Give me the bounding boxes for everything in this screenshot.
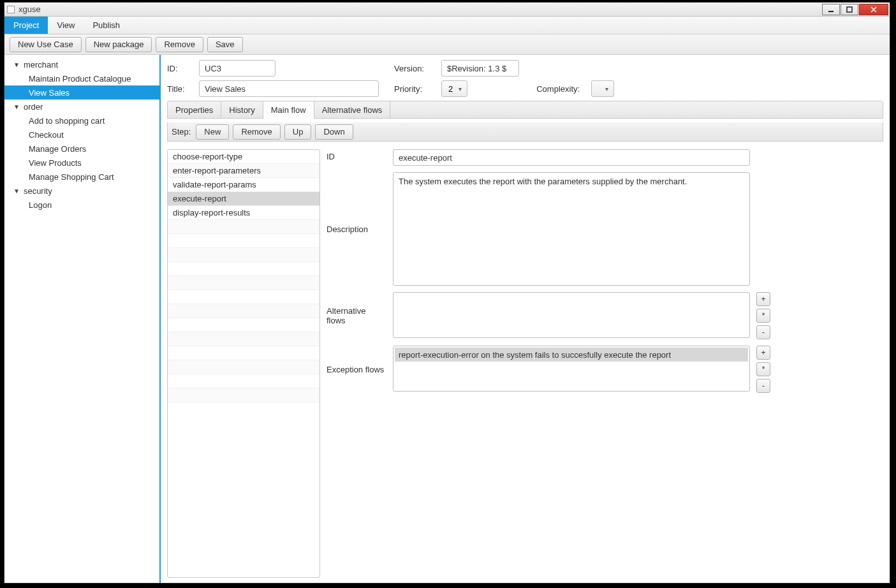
tree-group-order[interactable]: ▼order <box>4 99 159 114</box>
tree-item[interactable]: Add to shopping cart <box>4 114 159 128</box>
step-item[interactable]: choose-report-type <box>168 150 319 164</box>
tree-group-label: security <box>24 186 52 196</box>
titlebar[interactable]: xguse <box>4 3 890 17</box>
version-input[interactable] <box>441 60 519 77</box>
tree-item[interactable]: View Products <box>4 156 159 170</box>
app-window: xguse Project View Publish New Use Case … <box>4 2 890 584</box>
tree-group-security[interactable]: ▼security <box>4 184 159 198</box>
step-item[interactable]: enter-report-parameters <box>168 164 319 178</box>
exc-edit-button[interactable]: * <box>756 362 770 376</box>
tree-item[interactable]: Logon <box>4 198 159 212</box>
tab-alternative-flows[interactable]: Alternative flows <box>314 101 391 118</box>
tab-properties[interactable]: Properties <box>168 101 221 118</box>
step-item[interactable]: validate-report-params <box>168 178 319 192</box>
step-empty <box>168 290 319 304</box>
exc-flows-buttons: + * - <box>756 346 770 393</box>
detail-id-row: ID <box>327 149 883 166</box>
tab-main-flow[interactable]: Main flow <box>263 101 314 119</box>
exc-remove-button[interactable]: - <box>756 379 770 393</box>
step-empty <box>168 360 319 374</box>
form-row-2: Title: Priority: 2▾ Complexity: ▾ <box>167 80 883 97</box>
menubar: Project View Publish <box>4 17 890 34</box>
window-title: xguse <box>18 4 41 14</box>
step-empty <box>168 332 319 346</box>
step-detail: ID Description Alternative flows + * - <box>327 149 883 578</box>
step-empty <box>168 262 319 276</box>
maximize-button[interactable] <box>841 4 858 15</box>
exc-add-button[interactable]: + <box>756 346 770 360</box>
alternative-flows-list[interactable] <box>393 292 750 338</box>
toolbar: New Use Case New package Remove Save <box>4 34 890 55</box>
id-input[interactable] <box>199 60 275 77</box>
tab-history[interactable]: History <box>221 101 263 118</box>
step-label: Step: <box>172 127 191 136</box>
step-empty <box>168 304 319 318</box>
priority-label: Priority: <box>394 84 436 94</box>
complexity-select[interactable]: ▾ <box>591 80 614 97</box>
detail-exc-label: Exception flows <box>327 365 386 374</box>
tree-item[interactable]: Checkout <box>4 128 159 142</box>
sidebar-tree[interactable]: ▼merchantMaintain Product CatalogueView … <box>4 55 161 583</box>
tree-item[interactable]: View Sales <box>4 85 159 99</box>
body: ▼merchantMaintain Product CatalogueView … <box>4 55 890 583</box>
exception-flows-list[interactable]: report-execution-error on the system fai… <box>393 346 750 392</box>
caret-down-icon: ▼ <box>13 103 20 110</box>
tree-item[interactable]: Manage Orders <box>4 142 159 156</box>
alt-flows-buttons: + * - <box>756 292 770 339</box>
new-package-button[interactable]: New package <box>85 37 152 52</box>
step-empty <box>168 388 319 402</box>
detail-exc-row: Exception flows report-execution-error o… <box>327 346 883 393</box>
id-label: ID: <box>167 64 194 73</box>
chevron-down-icon: ▾ <box>605 85 608 92</box>
detail-id-label: ID <box>327 149 386 161</box>
steps-list[interactable]: choose-report-typeenter-report-parameter… <box>167 149 320 578</box>
step-empty <box>168 248 319 262</box>
detail-desc-label: Description <box>327 224 386 234</box>
save-button[interactable]: Save <box>207 37 243 52</box>
tree-group-label: order <box>24 102 43 112</box>
detail-alt-row: Alternative flows + * - <box>327 292 883 339</box>
detail-id-input[interactable] <box>393 149 750 166</box>
caret-down-icon: ▼ <box>13 61 20 68</box>
step-empty <box>168 318 319 332</box>
main-panel: ID: Version: Title: Priority: 2▾ Complex… <box>161 55 890 583</box>
step-empty <box>168 220 319 234</box>
step-new-button[interactable]: New <box>196 124 229 140</box>
step-empty <box>168 374 319 388</box>
step-empty <box>168 346 319 360</box>
menu-project[interactable]: Project <box>4 17 48 34</box>
remove-button[interactable]: Remove <box>156 37 203 52</box>
form-row-1: ID: Version: <box>167 60 883 77</box>
detail-desc-textarea[interactable] <box>393 172 750 286</box>
alt-remove-button[interactable]: - <box>756 325 770 339</box>
tree-item[interactable]: Maintain Product Catalogue <box>4 71 159 85</box>
step-remove-button[interactable]: Remove <box>233 124 280 140</box>
app-icon <box>7 6 15 13</box>
tree-group-merchant[interactable]: ▼merchant <box>4 57 159 71</box>
new-use-case-button[interactable]: New Use Case <box>10 37 82 52</box>
step-up-button[interactable]: Up <box>284 124 312 140</box>
alt-add-button[interactable]: + <box>756 292 770 306</box>
step-toolbar: Step: New Remove Up Down <box>167 122 883 142</box>
complexity-label: Complexity: <box>536 84 586 94</box>
step-item[interactable]: display-report-results <box>168 206 319 220</box>
alt-edit-button[interactable]: * <box>756 309 770 323</box>
svg-rect-1 <box>847 7 852 12</box>
tree-group-label: merchant <box>24 60 58 70</box>
title-input[interactable] <box>199 80 379 97</box>
caret-down-icon: ▼ <box>13 187 20 195</box>
priority-value: 2 <box>448 84 453 94</box>
version-label: Version: <box>394 64 436 73</box>
step-item[interactable]: execute-report <box>168 192 319 206</box>
menu-view[interactable]: View <box>48 17 84 34</box>
menu-publish[interactable]: Publish <box>84 17 129 34</box>
svg-rect-0 <box>828 11 834 12</box>
exception-row[interactable]: report-execution-error on the system fai… <box>395 348 748 362</box>
tree-item[interactable]: Manage Shopping Cart <box>4 170 159 184</box>
detail-desc-row: Description <box>327 172 883 286</box>
minimize-button[interactable] <box>822 4 840 15</box>
close-button[interactable] <box>859 4 888 15</box>
title-label: Title: <box>167 84 194 94</box>
step-down-button[interactable]: Down <box>315 124 353 140</box>
priority-select[interactable]: 2▾ <box>441 80 467 97</box>
